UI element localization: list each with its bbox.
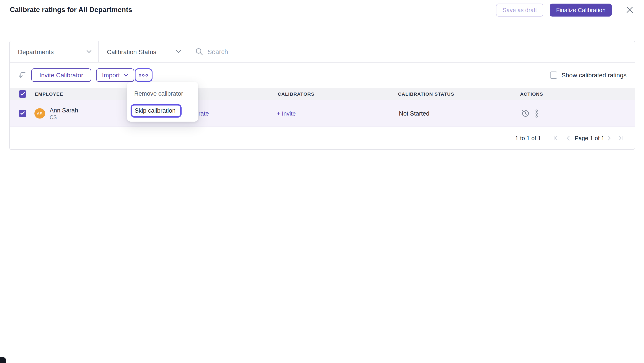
departments-filter-label: Departments (18, 48, 54, 55)
check-icon (20, 111, 25, 115)
pagination-range: 1 to 1 of 1 (515, 135, 541, 141)
first-page-icon (553, 135, 558, 141)
page-title: Calibrate ratings for All Departments (10, 6, 132, 14)
row-more-options-button[interactable] (532, 109, 541, 118)
import-button-label: Import (102, 71, 120, 79)
calibration-status-filter-dropdown[interactable]: Calibration Status (99, 41, 188, 62)
search-input[interactable] (208, 48, 628, 55)
avatar: AS (34, 108, 45, 119)
menu-item-remove-calibrator[interactable]: Remove calibrator (134, 90, 183, 97)
search-box (188, 41, 634, 62)
chevron-down-icon (176, 50, 181, 53)
table-row[interactable]: AS Ann Sarah CS Calibrate + Invite Not S… (10, 100, 634, 127)
table-toolbar: Invite Calibrator Import Show calibrated… (10, 63, 634, 88)
check-icon (20, 92, 25, 96)
employee-department: CS (50, 114, 78, 120)
show-calibrated-checkbox[interactable] (550, 71, 558, 79)
calibration-status-value: Not Started (399, 110, 430, 117)
show-calibrated-ratings-toggle[interactable]: Show calibrated ratings (550, 71, 626, 79)
calibration-status-filter-label: Calibration Status (107, 48, 156, 55)
move-down-arrow-icon[interactable] (18, 71, 27, 80)
history-button[interactable] (521, 109, 530, 118)
employee-cell: Ann Sarah CS (50, 107, 78, 120)
previous-page-button[interactable] (564, 135, 572, 142)
chevron-down-icon (123, 73, 128, 77)
save-as-draft-button[interactable]: Save as draft (496, 3, 544, 16)
column-header-calibrators[interactable]: CALIBRATORS (278, 91, 314, 97)
menu-item-skip-calibration[interactable]: Skip calibration (130, 104, 182, 117)
kebab-menu-icon (535, 109, 538, 118)
more-options-icon (138, 73, 148, 77)
dialog-header: Calibrate ratings for All Departments Sa… (0, 0, 644, 20)
filter-bar: Departments Calibration Status (10, 41, 634, 63)
header-actions: Save as draft Finalize Calibration (496, 3, 634, 16)
history-icon (521, 109, 530, 118)
select-all-checkbox[interactable] (19, 90, 26, 98)
employee-name: Ann Sarah (50, 107, 78, 114)
column-header-calibration-status[interactable]: CALIBRATION STATUS (398, 91, 454, 97)
row-checkbox[interactable] (19, 110, 26, 117)
corner-overlay-fragment (0, 357, 6, 363)
calibration-dialog: Calibrate ratings for All Departments Sa… (0, 0, 644, 363)
show-calibrated-label: Show calibrated ratings (562, 71, 626, 79)
column-header-employee[interactable]: EMPLOYEE (35, 91, 63, 97)
next-page-button[interactable] (606, 135, 613, 142)
departments-filter-dropdown[interactable]: Departments (10, 41, 99, 62)
close-button[interactable] (625, 5, 634, 14)
last-page-button[interactable] (617, 135, 624, 142)
close-icon (626, 6, 634, 14)
search-icon (196, 48, 203, 55)
invite-calibrator-link[interactable]: + Invite (277, 110, 296, 117)
more-options-button[interactable] (134, 68, 152, 82)
calibration-panel: Departments Calibration Status (10, 41, 635, 150)
chevron-left-icon (566, 135, 570, 141)
chevron-down-icon (86, 50, 92, 53)
pagination-page-label: Page 1 of 1 (575, 135, 604, 141)
column-header-actions: ACTIONS (520, 91, 543, 97)
chevron-right-icon (607, 135, 611, 141)
more-options-menu: Remove calibrator Skip calibration (127, 82, 198, 122)
row-actions (521, 109, 541, 118)
table-header-row: EMPLOYEE CALIBRATORS CALIBRATION STATUS … (10, 88, 634, 100)
finalize-calibration-button[interactable]: Finalize Calibration (550, 3, 612, 16)
invite-calibrator-button[interactable]: Invite Calibrator (31, 68, 91, 82)
first-page-button[interactable] (552, 135, 559, 142)
pagination-bar: 1 to 1 of 1 Page 1 of 1 (10, 127, 634, 149)
import-dropdown-button[interactable]: Import (96, 68, 134, 82)
last-page-icon (618, 135, 624, 141)
